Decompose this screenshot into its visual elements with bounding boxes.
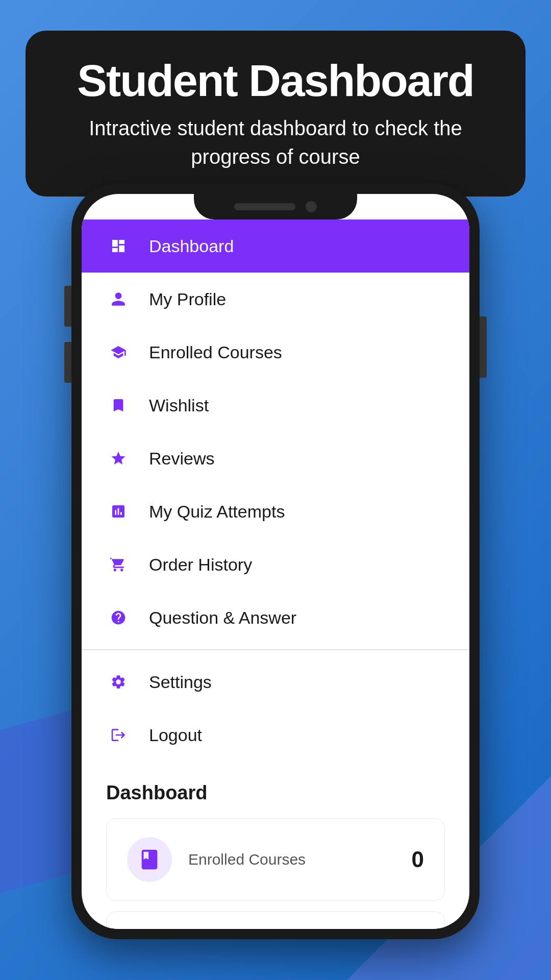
header-title: Student Dashboard bbox=[61, 56, 490, 106]
phone-frame: Dashboard My Profile bbox=[71, 184, 480, 939]
nav-item-orders[interactable]: Order History bbox=[82, 538, 469, 591]
dashboard-stats-section: Dashboard Enrolled Courses 0 bbox=[82, 762, 469, 929]
star-icon bbox=[106, 446, 131, 471]
nav-label-reviews: Reviews bbox=[149, 449, 214, 469]
gear-icon bbox=[106, 670, 131, 694]
phone-button-volume-up bbox=[64, 286, 71, 327]
nav-label-qa: Question & Answer bbox=[149, 608, 296, 628]
cart-icon bbox=[106, 552, 131, 577]
school-icon bbox=[106, 340, 131, 364]
nav-item-logout[interactable]: Logout bbox=[82, 708, 469, 762]
nav-label-quiz: My Quiz Attempts bbox=[149, 502, 285, 522]
logout-icon bbox=[106, 723, 131, 747]
phone-notch bbox=[194, 194, 357, 219]
nav-label-enrolled: Enrolled Courses bbox=[149, 342, 282, 362]
enrolled-stat-value: 0 bbox=[412, 847, 424, 872]
stat-card-enrolled[interactable]: Enrolled Courses 0 bbox=[106, 818, 445, 901]
header-banner: Student Dashboard Intractive student das… bbox=[26, 31, 525, 197]
nav-item-profile[interactable]: My Profile bbox=[82, 273, 469, 326]
quiz-icon bbox=[106, 499, 131, 524]
nav-item-qa[interactable]: Question & Answer bbox=[82, 591, 469, 644]
nav-item-enrolled[interactable]: Enrolled Courses bbox=[82, 326, 469, 379]
book-icon bbox=[138, 848, 161, 871]
header-subtitle: Intractive student dashboard to check th… bbox=[61, 114, 490, 171]
nav-item-settings[interactable]: Settings bbox=[82, 655, 469, 708]
dashboard-icon bbox=[106, 234, 131, 258]
nav-item-wishlist[interactable]: Wishlist bbox=[82, 379, 469, 432]
enrolled-icon-wrap bbox=[127, 837, 172, 882]
notch-camera bbox=[306, 201, 317, 212]
phone-button-power bbox=[480, 316, 487, 378]
nav-label-settings: Settings bbox=[149, 672, 212, 692]
nav-item-quiz[interactable]: My Quiz Attempts bbox=[82, 485, 469, 538]
phone-content: Dashboard My Profile bbox=[82, 219, 469, 929]
phone-mockup: Dashboard My Profile bbox=[71, 184, 480, 939]
nav-label-profile: My Profile bbox=[149, 289, 226, 309]
nav-item-reviews[interactable]: Reviews bbox=[82, 432, 469, 485]
dashboard-section-title: Dashboard bbox=[106, 782, 445, 804]
qa-icon bbox=[106, 605, 131, 630]
nav-item-dashboard[interactable]: Dashboard bbox=[82, 219, 469, 273]
stat-card-active[interactable]: Active Courses 0 bbox=[106, 911, 445, 929]
phone-button-volume-down bbox=[64, 342, 71, 383]
bookmark-icon bbox=[106, 393, 131, 418]
nav-divider bbox=[82, 649, 469, 650]
nav-label-wishlist: Wishlist bbox=[149, 396, 209, 415]
nav-label-dashboard: Dashboard bbox=[149, 236, 234, 256]
nav-label-logout: Logout bbox=[149, 725, 202, 745]
person-icon bbox=[106, 287, 131, 311]
enrolled-stat-label: Enrolled Courses bbox=[188, 851, 395, 868]
phone-screen: Dashboard My Profile bbox=[82, 194, 469, 929]
nav-label-orders: Order History bbox=[149, 555, 252, 575]
notch-speaker bbox=[234, 203, 295, 210]
